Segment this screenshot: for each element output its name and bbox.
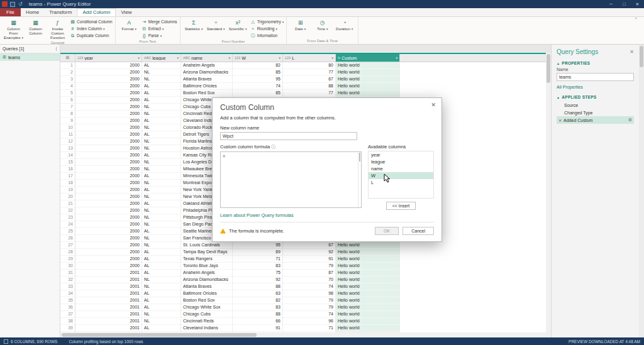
- cell[interactable]: NL: [142, 311, 181, 318]
- cell[interactable]: AL: [142, 200, 181, 207]
- row-number[interactable]: 9: [60, 118, 75, 124]
- row-number[interactable]: 16: [60, 166, 75, 173]
- cell[interactable]: AL: [142, 83, 181, 90]
- cell[interactable]: Toronto Blue Jays: [181, 263, 233, 270]
- row-number[interactable]: 11: [60, 131, 75, 138]
- cell[interactable]: 2000: [75, 235, 142, 242]
- row-number[interactable]: 37: [60, 311, 75, 318]
- collapse-ribbon-icon[interactable]: ⌃: [629, 17, 643, 22]
- insert-button[interactable]: << Insert: [386, 202, 416, 210]
- maximize-icon[interactable]: □: [618, 0, 631, 8]
- cell[interactable]: Hello world: [336, 283, 400, 290]
- cell[interactable]: 2001: [75, 304, 142, 311]
- cell[interactable]: AL: [142, 325, 181, 332]
- filter-icon[interactable]: ▾: [279, 56, 280, 60]
- new-column-name-input[interactable]: Wpct: [220, 132, 357, 140]
- cell[interactable]: 2001: [75, 270, 142, 277]
- available-column-year[interactable]: year: [369, 151, 433, 158]
- row-number[interactable]: 31: [60, 270, 75, 277]
- row-number[interactable]: 21: [60, 200, 75, 207]
- cell[interactable]: 2000: [75, 138, 142, 145]
- row-number[interactable]: 19: [60, 187, 75, 194]
- cell[interactable]: AL: [142, 118, 181, 124]
- column-header-league[interactable]: ABCleague▾: [142, 54, 181, 62]
- cell[interactable]: AL: [142, 97, 181, 104]
- cell[interactable]: AL: [142, 297, 181, 304]
- applied-step-changed-type[interactable]: Changed Type: [557, 109, 634, 116]
- row-number[interactable]: 32: [60, 277, 75, 283]
- cell[interactable]: 77: [283, 90, 336, 97]
- cell[interactable]: AL: [142, 249, 181, 256]
- column-header-w[interactable]: 123W▾: [233, 54, 283, 62]
- ribbon-button-information[interactable]: ⓘInformation: [250, 32, 284, 39]
- ok-button[interactable]: OK: [375, 227, 399, 235]
- cell[interactable]: 2000: [75, 221, 142, 228]
- cell[interactable]: NL: [142, 104, 181, 111]
- delete-step-icon[interactable]: ✕: [558, 118, 562, 123]
- cell[interactable]: 79: [283, 304, 336, 311]
- cell[interactable]: 2000: [75, 207, 142, 214]
- formula-input[interactable]: =: [220, 151, 362, 208]
- scrollbar-thumb[interactable]: [547, 54, 550, 83]
- row-number[interactable]: 22: [60, 207, 75, 214]
- cell[interactable]: 96: [283, 318, 336, 325]
- cell[interactable]: 2000: [75, 111, 142, 118]
- cell[interactable]: 83: [233, 304, 283, 311]
- undo-icon[interactable]: ↺: [18, 1, 23, 7]
- cell[interactable]: 2000: [75, 118, 142, 124]
- cell[interactable]: Atlanta Braves: [181, 76, 233, 83]
- cell[interactable]: Hello world: [336, 311, 400, 318]
- ribbon-button-index-column[interactable]: #Index Column▾: [70, 25, 113, 32]
- tab-home[interactable]: Home: [21, 8, 44, 16]
- tab-file[interactable]: File: [0, 8, 21, 16]
- tab-transform[interactable]: Transform: [44, 8, 77, 16]
- cell[interactable]: 2000: [75, 97, 142, 104]
- ribbon-button-custom-column[interactable]: ▦Custom Column: [25, 18, 47, 36]
- cell[interactable]: 2001: [75, 290, 142, 297]
- cell[interactable]: 2001: [75, 277, 142, 283]
- cell[interactable]: 2000: [75, 104, 142, 111]
- minimize-icon[interactable]: ─: [604, 0, 618, 8]
- column-header-custom[interactable]: fxCustom▾: [336, 54, 400, 62]
- cell[interactable]: Hello world: [336, 62, 400, 69]
- filter-icon[interactable]: ▾: [396, 56, 397, 60]
- all-properties-link[interactable]: All Properties: [557, 85, 634, 89]
- available-column-l[interactable]: L: [369, 179, 433, 186]
- cell[interactable]: NL: [142, 124, 181, 131]
- cell[interactable]: 2000: [75, 145, 142, 152]
- cell[interactable]: NL: [142, 138, 181, 145]
- cell[interactable]: 2000: [75, 187, 142, 194]
- cell[interactable]: 2000: [75, 249, 142, 256]
- row-number[interactable]: 10: [60, 124, 75, 131]
- row-number[interactable]: 30: [60, 263, 75, 270]
- cell[interactable]: Chicago White Sox: [181, 304, 233, 311]
- cell[interactable]: 2000: [75, 166, 142, 173]
- cell[interactable]: Hello world: [336, 249, 400, 256]
- cell[interactable]: AL: [142, 263, 181, 270]
- cell[interactable]: 2001: [75, 311, 142, 318]
- ribbon-button-conditional-column[interactable]: ▤Conditional Column: [70, 18, 113, 25]
- filter-icon[interactable]: ▾: [228, 56, 230, 60]
- cell[interactable]: NL: [142, 194, 181, 200]
- cell[interactable]: Tampa Bay Devil Rays: [181, 249, 233, 256]
- cell[interactable]: 79: [283, 297, 336, 304]
- cell[interactable]: Hello world: [336, 304, 400, 311]
- cell[interactable]: 67: [283, 76, 336, 83]
- horizontal-scrollbar[interactable]: [60, 332, 546, 337]
- row-number[interactable]: 12: [60, 138, 75, 145]
- ribbon-button-scientific[interactable]: x²Scientific▾: [227, 18, 249, 31]
- cell[interactable]: St. Louis Cardinals: [181, 242, 233, 249]
- cell[interactable]: 85: [233, 90, 283, 97]
- cell[interactable]: AL: [142, 90, 181, 97]
- cancel-button[interactable]: Cancel: [402, 227, 434, 235]
- cell[interactable]: NL: [142, 235, 181, 242]
- cell[interactable]: Atlanta Braves: [181, 283, 233, 290]
- ribbon-button-rounding[interactable]: ≈Rounding▾: [250, 25, 284, 32]
- cell[interactable]: 2000: [75, 263, 142, 270]
- ribbon-button-column-from-examples[interactable]: ▦Column From Examples▾: [3, 18, 25, 40]
- cell[interactable]: NL: [142, 221, 181, 228]
- row-number[interactable]: 25: [60, 228, 75, 235]
- cell[interactable]: 92: [233, 277, 283, 283]
- cell[interactable]: NL: [142, 207, 181, 214]
- row-number[interactable]: 38: [60, 318, 75, 325]
